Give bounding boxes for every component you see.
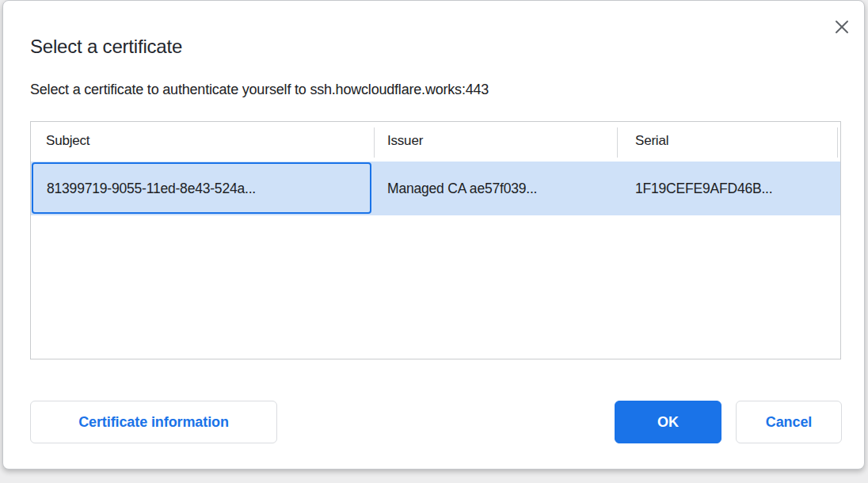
column-header-serial: Serial [635,133,668,149]
column-divider [374,127,375,158]
dialog-subtitle: Select a certificate to authenticate you… [30,82,489,98]
table-header: Subject Issuer Serial [31,122,840,162]
certificate-information-button[interactable]: Certificate information [30,401,277,443]
page-title: Select a certificate [30,36,182,58]
ok-button[interactable]: OK [615,401,721,443]
certificate-row-selected[interactable]: 81399719-9055-11ed-8e43-524a... Managed … [31,162,840,215]
column-header-subject: Subject [46,133,89,149]
certificate-table: Subject Issuer Serial 81399719-9055-11ed… [30,121,841,359]
column-divider [837,127,838,158]
cell-serial: 1F19CEFE9AFD46B... [635,162,833,215]
cell-issuer: Managed CA ae57f039... [387,162,611,215]
cancel-button[interactable]: Cancel [736,401,842,443]
column-divider [617,127,618,158]
close-button[interactable] [829,15,855,39]
certificate-select-dialog: Select a certificate Select a certificat… [2,0,865,470]
column-header-issuer: Issuer [387,133,423,149]
cell-subject: 81399719-9055-11ed-8e43-524a... [47,162,367,215]
close-icon [833,18,851,36]
